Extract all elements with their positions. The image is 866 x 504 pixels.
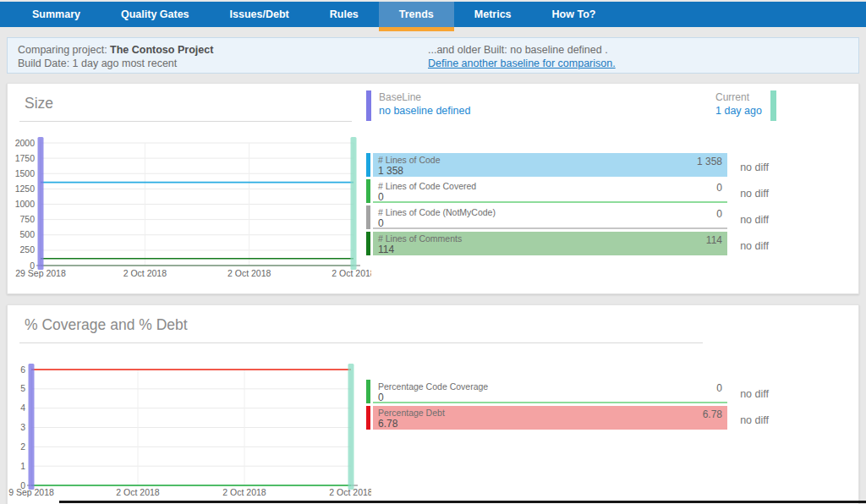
- svg-text:1250: 1250: [15, 184, 36, 194]
- svg-text:2: 2: [20, 441, 25, 452]
- size-metric-rows: # Lines of Code 1 358 1 358 no diff # Li…: [366, 153, 769, 258]
- baseline-label: BaseLine: [379, 90, 470, 104]
- metric-row-percentage-coverage: Percentage Code Coverage 0 0 no diff: [366, 380, 769, 403]
- title-divider: [19, 342, 703, 343]
- baseline-marker-swatch: [366, 90, 371, 121]
- metric-bar-fill: # Lines of Code 1 358 1 358: [373, 153, 727, 177]
- metric-value: 114: [378, 244, 722, 255]
- size-panel-title: Size: [25, 95, 53, 112]
- svg-text:4: 4: [20, 403, 25, 413]
- project-name: The Contoso Project: [110, 44, 213, 56]
- baseline-value: no baseline defined: [379, 104, 470, 118]
- metric-color-bar: [366, 380, 370, 403]
- tab-metrics[interactable]: Metrics: [454, 2, 532, 27]
- metric-color-bar: [366, 232, 370, 255]
- metric-bar-fill: # Lines of Code (NotMyCode) 0 0: [373, 205, 727, 229]
- metric-diff-badge: no diff: [718, 188, 769, 200]
- coverage-debt-panel: % Coverage and % Debt 01234569 Sep 20182…: [7, 304, 859, 504]
- svg-text:6: 6: [20, 364, 25, 375]
- comparing-project-line: Comparing project: The Contoso Project: [18, 43, 213, 57]
- metric-diff-badge: no diff: [718, 240, 769, 252]
- metric-row-lines-of-comments: # Lines of Comments 114 114 no diff: [366, 232, 769, 255]
- title-divider: [19, 121, 352, 122]
- metric-row-percentage-debt: Percentage Debt 6.78 6.78 no diff: [366, 406, 769, 430]
- build-date-line: Build Date: 1 day ago most recent: [18, 57, 213, 70]
- size-trend-chart: 02505007501000125015001750200029 Sep 201…: [8, 132, 371, 289]
- metric-label: # Lines of Code Covered: [378, 181, 722, 191]
- metric-value: 1 358: [378, 166, 722, 177]
- svg-text:1000: 1000: [15, 199, 36, 209]
- svg-text:2000: 2000: [15, 138, 36, 148]
- metric-diff-badge: no diff: [718, 214, 769, 226]
- current-value: 1 day ago: [715, 104, 762, 118]
- metric-bar-fill: Percentage Debt 6.78 6.78: [373, 406, 727, 430]
- current-legend: Current 1 day ago: [715, 90, 776, 121]
- coverage-metric-rows: Percentage Code Coverage 0 0 no diff Per…: [366, 380, 769, 432]
- metric-label: # Lines of Code: [378, 155, 722, 165]
- svg-text:500: 500: [19, 229, 35, 239]
- comparison-right-block: ...and older Built: no baseline defined …: [428, 43, 616, 70]
- coverage-debt-trend-chart: 01234569 Sep 20182 Oct 20182 Oct 20182 O…: [8, 356, 371, 504]
- metric-label: Percentage Debt: [378, 408, 722, 418]
- tab-quality-gates[interactable]: Quality Gates: [101, 2, 210, 27]
- metric-label: Percentage Code Coverage: [378, 381, 722, 392]
- metric-diff-badge: no diff: [718, 388, 769, 400]
- metric-row-lines-notmycode: # Lines of Code (NotMyCode) 0 0 no diff: [366, 205, 769, 229]
- metric-bar-fill: # Lines of Code Covered 0 0: [373, 179, 727, 203]
- svg-text:2 Oct 2018: 2 Oct 2018: [222, 487, 266, 497]
- svg-text:1: 1: [20, 461, 25, 471]
- metric-label: # Lines of Code (NotMyCode): [378, 207, 722, 217]
- metric-row-lines-of-code: # Lines of Code 1 358 1 358 no diff: [366, 153, 769, 177]
- metric-value: 0: [378, 392, 722, 403]
- current-marker-swatch: [770, 90, 776, 121]
- comparing-label: Comparing project:: [18, 44, 110, 56]
- metric-bar-fill: Percentage Code Coverage 0 0: [373, 380, 727, 403]
- tab-summary[interactable]: Summary: [12, 2, 101, 27]
- metric-color-bar: [366, 205, 370, 229]
- define-baseline-link[interactable]: Define another baseline for comparison.: [428, 58, 616, 69]
- svg-text:2 Oct 2018: 2 Oct 2018: [123, 268, 167, 278]
- metric-color-bar: [366, 153, 370, 177]
- metric-bar-fill: # Lines of Comments 114 114: [373, 232, 727, 255]
- metric-value: 0: [378, 218, 722, 229]
- older-built-line: ...and older Built: no baseline defined …: [428, 43, 616, 57]
- tab-rules[interactable]: Rules: [310, 2, 379, 27]
- comparison-info-bar: Comparing project: The Contoso Project B…: [7, 37, 859, 74]
- metric-color-bar: [366, 406, 370, 430]
- metric-label: # Lines of Comments: [378, 233, 722, 244]
- metric-value: 0: [378, 192, 722, 203]
- top-nav-bar: Summary Quality Gates Issues/Debt Rules …: [0, 2, 866, 27]
- svg-text:3: 3: [20, 422, 25, 432]
- metric-color-bar: [366, 179, 370, 203]
- comparison-left-block: Comparing project: The Contoso Project B…: [18, 43, 213, 70]
- svg-text:2 Oct 2018: 2 Oct 2018: [227, 268, 271, 278]
- metric-diff-badge: no diff: [718, 162, 769, 173]
- metric-value: 6.78: [378, 419, 722, 430]
- tab-issues-debt[interactable]: Issues/Debt: [210, 2, 310, 27]
- metric-diff-badge: no diff: [718, 414, 769, 426]
- baseline-legend: BaseLine no baseline defined: [366, 90, 470, 121]
- svg-text:1750: 1750: [15, 153, 36, 163]
- size-panel: Size BaseLine no baseline defined Curren…: [7, 83, 859, 294]
- svg-text:2 Oct 2018: 2 Oct 2018: [116, 487, 160, 497]
- svg-text:750: 750: [19, 214, 35, 224]
- tab-how-to[interactable]: How To?: [532, 2, 617, 27]
- current-label: Current: [715, 90, 762, 104]
- window-edge-line: [59, 501, 866, 503]
- tab-trends[interactable]: Trends: [379, 2, 454, 27]
- svg-text:250: 250: [19, 244, 35, 255]
- coverage-panel-title: % Coverage and % Debt: [25, 316, 188, 334]
- metric-row-lines-covered: # Lines of Code Covered 0 0 no diff: [366, 179, 769, 203]
- svg-text:1500: 1500: [15, 168, 36, 178]
- trends-page: Summary Quality Gates Issues/Debt Rules …: [0, 0, 866, 504]
- svg-text:5: 5: [20, 383, 25, 393]
